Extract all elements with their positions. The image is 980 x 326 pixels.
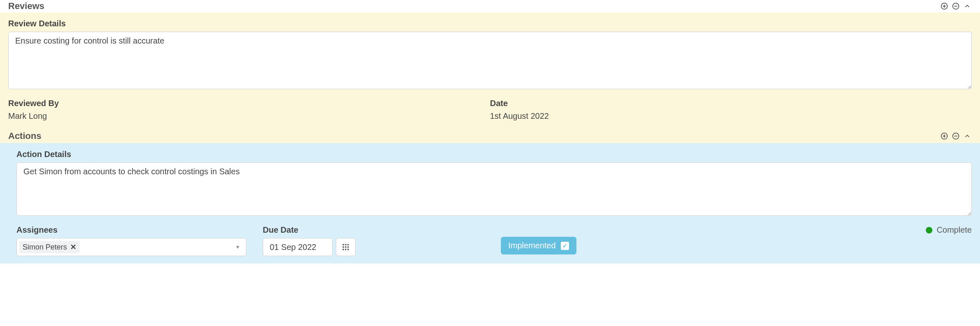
collapse-actions-icon[interactable]: [963, 132, 972, 141]
assignees-select[interactable]: Simon Peters ✕ ▼: [16, 238, 246, 256]
status-dot-icon: [926, 227, 932, 234]
svg-rect-16: [343, 249, 344, 250]
calendar-icon[interactable]: [336, 238, 356, 256]
remove-action-icon[interactable]: [951, 132, 960, 141]
reviews-title: Reviews: [8, 1, 44, 12]
svg-rect-13: [343, 246, 344, 247]
due-date-col: Due Date: [263, 225, 501, 256]
implemented-label: Implemented: [508, 241, 556, 250]
remove-assignee-icon[interactable]: ✕: [70, 243, 76, 252]
svg-rect-12: [347, 244, 349, 245]
reviewed-by-col: Reviewed By Mark Long: [8, 99, 490, 121]
review-details-label: Review Details: [8, 19, 972, 28]
collapse-reviews-icon[interactable]: [963, 2, 972, 11]
implemented-check-icon: ✓: [561, 242, 569, 250]
add-review-icon[interactable]: [940, 2, 949, 11]
actions-fields-row: Assignees Simon Peters ✕ ▼ Due Date: [16, 225, 972, 256]
review-meta-row: Reviewed By Mark Long Date 1st August 20…: [8, 99, 972, 121]
reviewed-by-label: Reviewed By: [8, 99, 490, 108]
svg-rect-17: [345, 249, 346, 250]
assignee-chip: Simon Peters ✕: [19, 241, 80, 253]
reviews-header-actions: [940, 2, 972, 11]
implemented-col: Implemented ✓: [501, 225, 624, 254]
reviews-panel: Review Details Reviewed By Mark Long Dat…: [0, 12, 980, 128]
add-action-icon[interactable]: [940, 132, 949, 141]
svg-rect-15: [347, 246, 349, 247]
review-details-textarea[interactable]: [8, 32, 972, 89]
assignee-chip-label: Simon Peters: [23, 243, 67, 252]
action-details-textarea[interactable]: [16, 162, 972, 216]
chevron-down-icon[interactable]: ▼: [235, 244, 240, 250]
svg-rect-18: [347, 249, 349, 250]
due-date-label: Due Date: [263, 225, 501, 235]
action-details-label: Action Details: [16, 150, 972, 159]
complete-label: Complete: [936, 225, 972, 235]
complete-col: Complete: [624, 225, 972, 235]
svg-rect-10: [343, 244, 344, 245]
implemented-button[interactable]: Implemented ✓: [501, 237, 576, 254]
actions-panel: Action Details Assignees Simon Peters ✕ …: [0, 143, 980, 264]
review-date-label: Date: [490, 99, 972, 108]
actions-title: Actions: [8, 131, 41, 141]
assignees-col: Assignees Simon Peters ✕ ▼: [16, 225, 263, 256]
actions-header-actions: [940, 132, 972, 141]
assignees-label: Assignees: [16, 225, 263, 235]
actions-header: Actions: [0, 128, 980, 143]
svg-rect-11: [345, 244, 346, 245]
svg-rect-14: [345, 246, 346, 247]
reviews-header: Reviews: [0, 0, 980, 12]
reviewed-by-value: Mark Long: [8, 111, 490, 121]
due-date-wrap: [263, 238, 501, 256]
remove-review-icon[interactable]: [951, 2, 960, 11]
review-date-value: 1st August 2022: [490, 111, 972, 121]
due-date-input[interactable]: [263, 238, 333, 256]
review-date-col: Date 1st August 2022: [490, 99, 972, 121]
